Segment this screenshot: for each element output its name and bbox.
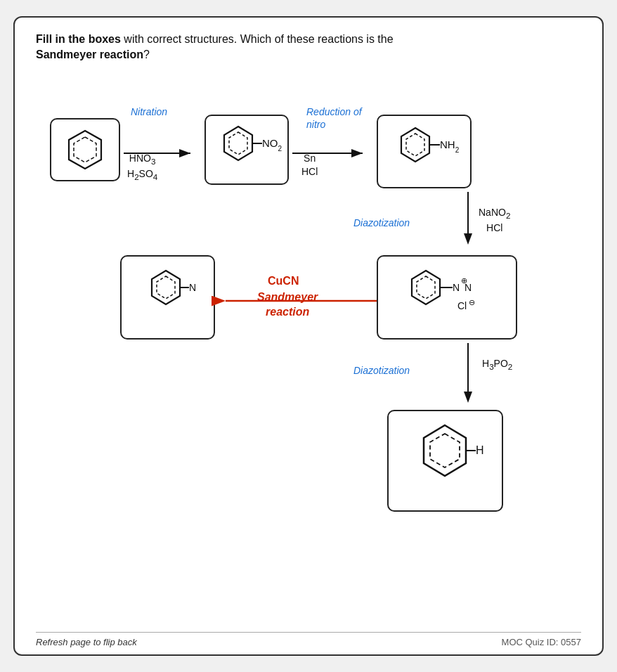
benzene-product-box: H bbox=[387, 410, 503, 512]
svg-marker-11 bbox=[406, 134, 424, 156]
sandmeyer-strong: Sandmeyerreaction bbox=[257, 291, 318, 318]
footer-quiz-id: MOC Quiz ID: 0557 bbox=[502, 637, 581, 647]
diazotization2-label: Diazotization bbox=[353, 364, 410, 377]
benzene-product-svg: H bbox=[394, 417, 496, 505]
sandmeyer-text: Sandmeyerreaction bbox=[257, 291, 318, 318]
svg-text:H: H bbox=[476, 444, 484, 456]
svg-marker-17 bbox=[417, 276, 435, 299]
instructions-bold: Fill in the boxes bbox=[36, 33, 121, 45]
footer: Refresh page to flip back MOC Quiz ID: 0… bbox=[36, 632, 581, 647]
svg-text:NO2: NO2 bbox=[262, 137, 282, 153]
arrow-diazonium-benzene bbox=[457, 343, 479, 406]
nitrobenzene-svg: NO2 bbox=[212, 119, 282, 179]
diazotization1-label: Diazotization bbox=[353, 217, 410, 229]
reagent-diaz2: H3PO2 bbox=[482, 357, 512, 373]
svg-text:N: N bbox=[189, 282, 196, 293]
sandmeyer-label: Sandmeyerreaction bbox=[257, 290, 318, 320]
instructions-text1: with correct structures. Which of these … bbox=[121, 33, 394, 45]
aniline-box: NH2 bbox=[377, 115, 472, 188]
reduction-label: Reduction ofnitro bbox=[306, 105, 362, 131]
svg-marker-1 bbox=[74, 137, 96, 162]
svg-marker-5 bbox=[229, 132, 247, 155]
diazonium-box: N ⊕ N Cl ⊖ bbox=[377, 255, 517, 340]
reagent-nitration: HNO3H2SO4 bbox=[127, 152, 157, 183]
instructions-bold2: Sandmeyer reaction bbox=[36, 49, 143, 60]
diazonium-svg: N ⊕ N Cl ⊖ bbox=[384, 260, 510, 334]
aniline-svg: NH2 bbox=[384, 119, 465, 183]
svg-marker-32 bbox=[424, 425, 466, 476]
benzene-box bbox=[50, 118, 120, 181]
svg-marker-25 bbox=[157, 276, 175, 299]
reagent-diaz1: NaNO2HCl bbox=[479, 206, 510, 235]
benzene-svg bbox=[60, 125, 110, 174]
nitration-label: Nitration bbox=[131, 105, 167, 118]
benzonitrile-svg: N bbox=[127, 260, 208, 334]
reagent-reduction: SnHCl bbox=[301, 152, 318, 179]
nitrobenzene-box: NO2 bbox=[204, 115, 289, 185]
cucn-label: CuCN bbox=[268, 275, 299, 287]
card: Fill in the boxes with correct structure… bbox=[13, 16, 604, 656]
svg-text:NH2: NH2 bbox=[440, 138, 460, 154]
svg-text:Cl: Cl bbox=[457, 300, 467, 311]
svg-marker-33 bbox=[430, 434, 460, 467]
footer-refresh: Refresh page to flip back bbox=[36, 637, 137, 647]
instructions: Fill in the boxes with correct structure… bbox=[36, 32, 581, 63]
arrow-aniline-diazonium bbox=[457, 192, 479, 248]
svg-text:⊖: ⊖ bbox=[469, 298, 475, 306]
svg-text:N: N bbox=[453, 282, 460, 293]
instructions-text2: ? bbox=[143, 49, 150, 60]
diagram: Nitration HNO3H2SO4 NO2 bbox=[36, 76, 581, 626]
benzonitrile-box: N bbox=[120, 255, 215, 340]
svg-text:N: N bbox=[465, 282, 472, 293]
